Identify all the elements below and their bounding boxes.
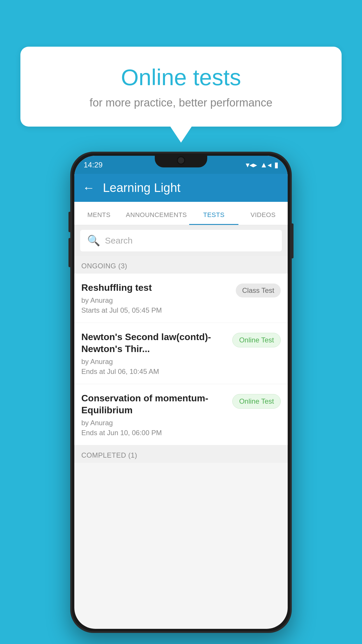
ongoing-section-header: ONGOING (3) <box>74 256 288 274</box>
test-item-1[interactable]: Reshuffling test by Anurag Starts at Jul… <box>74 274 288 323</box>
test-info-1: Reshuffling test by Anurag Starts at Jul… <box>81 282 236 314</box>
phone-screen: 14:29 ▾◂▸ ▲◂ ▮ ← Learning Light MENTS AN… <box>74 156 288 629</box>
tab-videos[interactable]: VIDEOS <box>238 211 288 225</box>
speech-bubble-container: Online tests for more practice, better p… <box>20 47 342 127</box>
signal-icon: ▲◂ <box>260 160 271 169</box>
status-time: 14:29 <box>84 160 103 169</box>
phone-notch <box>155 153 207 167</box>
test-name-3: Conservation of momentum-Equilibrium <box>81 392 226 416</box>
speech-bubble: Online tests for more practice, better p… <box>20 47 342 127</box>
test-name-1: Reshuffling test <box>81 282 230 294</box>
test-time-1: Starts at Jul 05, 05:45 PM <box>81 306 230 314</box>
tests-list: Reshuffling test by Anurag Starts at Jul… <box>74 274 288 445</box>
bubble-subtitle: for more practice, better performance <box>44 97 318 109</box>
status-icons: ▾◂▸ ▲◂ ▮ <box>246 160 278 169</box>
ongoing-section-title: ONGOING (3) <box>81 262 127 270</box>
vol-down-button <box>68 238 71 267</box>
test-author-2: by Anurag <box>81 358 226 366</box>
phone-mockup: 14:29 ▾◂▸ ▲◂ ▮ ← Learning Light MENTS AN… <box>70 152 292 633</box>
test-time-2: Ends at Jul 06, 10:45 AM <box>81 368 226 376</box>
tab-tests[interactable]: TESTS <box>189 211 238 225</box>
vol-up-button <box>68 212 71 232</box>
search-icon: 🔍 <box>87 235 100 247</box>
test-badge-2: Online Test <box>232 333 281 347</box>
search-container: 🔍 Search <box>74 225 288 256</box>
completed-section-header: COMPLETED (1) <box>74 445 288 463</box>
power-button <box>291 223 294 258</box>
test-badge-1: Class Test <box>236 284 281 298</box>
tab-ments[interactable]: MENTS <box>74 211 124 225</box>
app-title: Learning Light <box>103 181 180 195</box>
battery-icon: ▮ <box>274 160 278 169</box>
test-author-3: by Anurag <box>81 419 226 427</box>
test-time-3: Ends at Jun 10, 06:00 PM <box>81 429 226 437</box>
completed-section-title: COMPLETED (1) <box>81 451 137 459</box>
wifi-icon: ▾◂▸ <box>246 160 257 169</box>
test-info-3: Conservation of momentum-Equilibrium by … <box>81 392 232 437</box>
back-button[interactable]: ← <box>82 181 95 195</box>
test-badge-3: Online Test <box>232 394 281 409</box>
test-item-2[interactable]: Newton's Second law(contd)-Newton's Thir… <box>74 323 288 384</box>
app-header: ← Learning Light <box>74 174 288 202</box>
test-item-3[interactable]: Conservation of momentum-Equilibrium by … <box>74 384 288 445</box>
bubble-title: Online tests <box>44 64 318 91</box>
test-info-2: Newton's Second law(contd)-Newton's Thir… <box>81 331 232 376</box>
search-placeholder: Search <box>105 236 133 246</box>
tab-announcements[interactable]: ANNOUNCEMENTS <box>124 211 189 225</box>
search-bar[interactable]: 🔍 Search <box>80 230 282 251</box>
front-camera <box>177 156 185 164</box>
test-name-2: Newton's Second law(contd)-Newton's Thir… <box>81 331 226 355</box>
tabs-bar: MENTS ANNOUNCEMENTS TESTS VIDEOS <box>74 202 288 225</box>
phone-frame: 14:29 ▾◂▸ ▲◂ ▮ ← Learning Light MENTS AN… <box>70 152 292 633</box>
test-author-1: by Anurag <box>81 296 230 304</box>
